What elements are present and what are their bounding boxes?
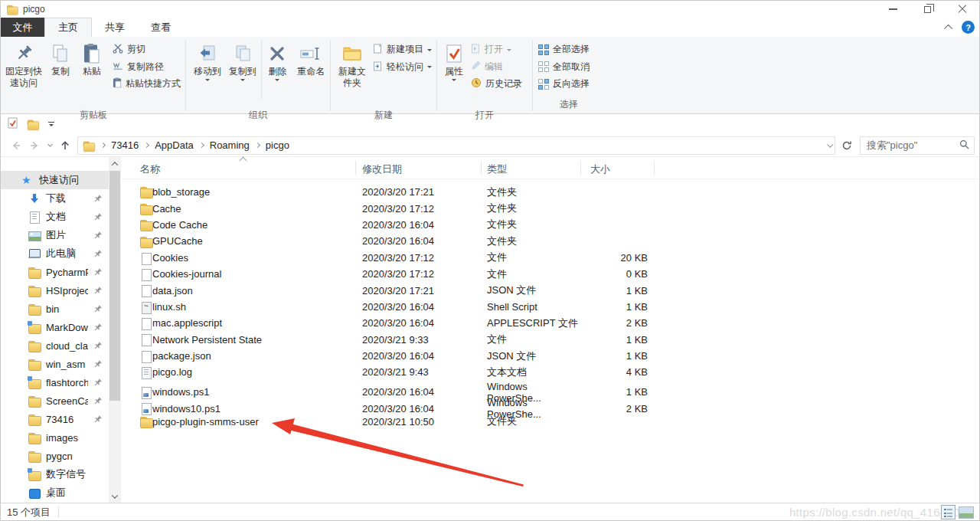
cut-button[interactable]: 剪切 [113,43,181,56]
file-row[interactable]: Cookies 2020/3/20 17:12 文件 20 KB [121,250,979,266]
refresh-button[interactable] [837,136,857,155]
copy-to-button[interactable]: 复制到 [225,38,260,108]
history-button[interactable]: 历史记录 [471,77,522,90]
file-row[interactable]: picgo-plugin-smms-user 2020/3/21 10:50 文… [121,413,979,429]
file-type: 文件 [487,333,580,346]
select-none-button[interactable]: 全部取消 [538,61,590,74]
sidebar-item[interactable]: 文档 [1,208,109,226]
delete-button[interactable]: 删除 [263,38,293,108]
tab-share[interactable]: 共享 [92,18,138,37]
copy-path-button[interactable]: 复制路径 [113,61,181,74]
paste-button[interactable]: 粘贴 [76,38,108,108]
properties-button[interactable]: 属性 [439,38,469,108]
file-row[interactable]: mac.applescript 2020/3/20 16:04 APPLESCR… [121,315,979,331]
restore-button[interactable] [910,1,945,18]
close-button[interactable] [945,1,979,18]
easy-access-button[interactable]: 轻松访问 [373,61,432,74]
forward-button[interactable] [25,136,44,155]
sidebar-item[interactable]: 桌面 [1,483,109,502]
minimize-button[interactable] [876,1,910,18]
sidebar-item[interactable]: 数字信号 [1,465,109,483]
customize-toolbar-icon[interactable] [48,122,54,126]
sidebar-item[interactable]: PycharmProj [1,263,109,281]
chevron-right-icon[interactable] [144,143,149,148]
scroll-up-icon[interactable] [109,158,121,169]
new-folder-button[interactable]: 新建文件夹 [335,38,370,108]
column-header-size[interactable]: 大小 [590,162,610,176]
breadcrumb-item[interactable]: 73416 [111,139,139,151]
collapse-ribbon-icon[interactable] [944,24,952,32]
sidebar-item-icon [28,247,41,260]
sidebar-item[interactable]: ScreenCaptu [1,392,109,410]
column-header-date[interactable]: 修改日期 [362,162,402,176]
column-divider[interactable] [355,161,356,175]
file-row[interactable]: data.json 2020/3/20 17:21 JSON 文件 1 KB [121,282,979,298]
breadcrumb-item[interactable]: Roaming [210,139,250,151]
address-bar[interactable]: 73416 AppData Roaming picgo [77,136,835,155]
tab-view[interactable]: 查看 [138,18,184,37]
file-row[interactable]: Network Persistent State 2020/3/21 9:33 … [121,332,979,348]
tab-file[interactable]: 文件 [1,18,44,37]
sidebar-item[interactable]: 下载 [1,189,109,208]
large-icons-view-button[interactable] [959,506,974,519]
sidebar-item[interactable]: cloud_classif [1,336,109,355]
file-row[interactable]: Cache 2020/3/20 17:12 文件夹 [121,200,979,216]
address-dropdown-icon[interactable] [827,141,833,147]
move-to-button[interactable]: 移动到 [190,38,225,108]
scroll-down-icon[interactable] [109,490,121,502]
file-row[interactable]: blob_storage 2020/3/20 17:21 文件夹 [121,184,979,200]
help-icon[interactable]: ? [962,21,975,34]
scrollbar-thumb[interactable] [109,171,120,401]
file-row[interactable]: windows10.ps1 2020/3/20 16:04 Windows Po… [121,397,979,413]
breadcrumb-item[interactable]: picgo [266,139,289,151]
column-header-type[interactable]: 类型 [487,162,507,176]
up-button[interactable] [56,136,74,155]
sidebar-item[interactable]: 图片 [1,226,109,244]
file-row[interactable]: Code Cache 2020/3/20 16:04 文件夹 [121,217,979,233]
properties-quick-icon[interactable] [8,117,18,132]
column-divider[interactable] [481,161,482,175]
sidebar-item[interactable]: HSIproject [1,281,109,300]
chevron-right-icon[interactable] [255,143,260,148]
sidebar-item[interactable]: 快速访问 [1,171,109,189]
sidebar-item[interactable]: flashtorch-m [1,373,109,392]
sidebar-item[interactable]: bin [1,300,109,318]
main-area: 快速访问 下载 文档 [1,157,979,503]
invert-selection-button[interactable]: 反向选择 [538,77,590,90]
sidebar-item[interactable]: images [1,428,109,447]
chevron-right-icon[interactable] [199,143,204,148]
file-row[interactable]: GPUCache 2020/3/20 16:04 文件夹 [121,233,979,249]
tab-home[interactable]: 主页 [44,18,92,37]
file-row[interactable]: windows.ps1 2020/3/20 16:04 Windows Powe… [121,381,979,397]
search-input[interactable] [865,139,959,152]
back-button[interactable] [7,136,25,155]
recent-locations-icon[interactable] [44,136,56,155]
sidebar-item[interactable]: 73416 [1,410,109,428]
search-icon[interactable] [959,139,969,152]
file-row[interactable]: picgo.log 2020/3/21 9:43 文本文档 4 KB [121,364,979,380]
pin-to-quick-access-button[interactable]: 固定到快速访问 [2,38,45,108]
details-view-button[interactable] [941,505,956,519]
rename-button[interactable]: 重命名 [292,38,329,108]
chevron-right-icon[interactable] [100,143,106,148]
edit-button[interactable]: 编辑 [471,61,522,74]
sidebar-item[interactable]: win_asm [1,355,109,373]
sidebar-item[interactable]: pygcn [1,447,109,465]
open-button[interactable]: 打开 [471,43,522,56]
sidebar-item[interactable]: 此电脑 [1,244,109,263]
column-divider[interactable] [654,161,655,175]
new-folder-quick-icon[interactable] [28,119,38,129]
copy-button[interactable]: 复制 [45,38,76,108]
sidebar-item[interactable]: MarkDown [1,318,109,336]
file-row[interactable]: Cookies-journal 2020/3/20 17:12 文件 0 KB [121,266,979,282]
sidebar-scrollbar[interactable] [109,157,121,503]
paste-shortcut-button[interactable]: 粘贴快捷方式 [113,77,181,90]
search-box[interactable] [860,136,975,155]
file-row[interactable]: linux.sh 2020/3/20 16:04 Shell Script 1 … [121,299,979,315]
column-header-name[interactable]: 名称 [140,162,160,176]
new-item-button[interactable]: 新建项目 [373,43,432,56]
select-all-button[interactable]: 全部选择 [538,43,590,56]
breadcrumb-item[interactable]: AppData [155,139,194,151]
column-divider[interactable] [580,161,581,175]
file-row[interactable]: package.json 2020/3/20 16:04 JSON 文件 1 K… [121,348,979,364]
